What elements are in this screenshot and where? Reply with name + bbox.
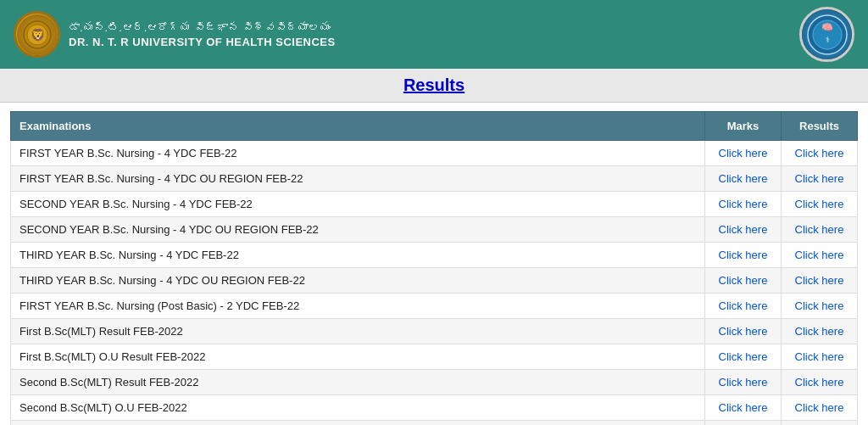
results-link-cell: Click here <box>782 141 858 166</box>
exam-name-cell: SECOND YEAR B.Sc. Nursing - 4 YDC OU REG… <box>11 217 705 243</box>
results-table: Examinations Marks Results FIRST YEAR B.… <box>10 111 858 425</box>
marks-link-cell: Click here <box>705 395 782 421</box>
header-emblem: 🧠 ⚕ <box>799 7 854 62</box>
table-row: Second B.Sc(MLT) Result FEB-2022Click he… <box>11 370 858 395</box>
marks-link-cell: Click here <box>705 294 782 319</box>
results-table-container: Examinations Marks Results FIRST YEAR B.… <box>0 103 868 425</box>
col-header-results: Results <box>782 112 858 141</box>
table-row: THIRD YEAR B.Sc. Nursing - 4 YDC OU REGI… <box>11 268 858 294</box>
marks-link[interactable]: Click here <box>719 401 768 414</box>
marks-link-cell: Click here <box>705 268 782 294</box>
results-link[interactable]: Click here <box>795 274 844 287</box>
page-title-bar: Results <box>0 69 868 103</box>
page-title[interactable]: Results <box>403 75 465 94</box>
results-link[interactable]: Click here <box>795 147 844 159</box>
exam-name-cell: THIRD YEAR B.Sc. Nursing - 4 YDC FEB-22 <box>11 243 705 268</box>
exam-name-cell: First B.Sc(MLT) Result FEB-2022 <box>11 319 705 344</box>
university-english-name: DR. N. T. R UNIVERSITY OF HEALTH SCIENCE… <box>69 36 336 48</box>
marks-link-cell: Click here <box>705 217 782 243</box>
results-link-cell: Click here <box>782 192 858 217</box>
marks-link[interactable]: Click here <box>719 249 768 261</box>
marks-link-cell: Click here <box>705 344 782 370</box>
marks-link[interactable]: Click here <box>719 198 768 210</box>
results-link-cell: Click here <box>782 217 858 243</box>
results-link[interactable]: Click here <box>795 299 844 312</box>
results-link-cell: Click here <box>782 395 858 421</box>
results-link[interactable]: Click here <box>795 223 844 236</box>
results-link[interactable]: Click here <box>795 325 844 338</box>
table-row: SECOND YEAR B.Sc. Nursing - 4 YDC OU REG… <box>11 217 858 243</box>
marks-link[interactable]: Click here <box>719 350 768 363</box>
results-link-cell: Click here <box>782 166 858 192</box>
table-row: FIRST YEAR B.Sc. Nursing (Post Basic) - … <box>11 294 858 319</box>
results-link[interactable]: Click here <box>795 401 844 414</box>
svg-text:🧠: 🧠 <box>821 21 833 33</box>
marks-link[interactable]: Click here <box>719 274 768 287</box>
results-link-cell: Click here <box>782 370 858 395</box>
exam-name-cell: FIRST YEAR B.Sc. Nursing - 4 YDC OU REGI… <box>11 166 705 192</box>
marks-link[interactable]: Click here <box>719 172 768 185</box>
exam-name-cell: FIRST YEAR B.Sc. Nursing (Post Basic) - … <box>11 294 705 319</box>
svg-text:⚕: ⚕ <box>825 36 829 44</box>
university-logo: 🦁 <box>14 11 60 58</box>
results-link[interactable]: Click here <box>795 198 844 210</box>
exam-name-cell: Second B.Sc(MLT) O.U FEB-2022 <box>11 395 705 421</box>
exam-name-cell: Third B.Sc. M.L.T FEB-2022 <box>11 421 705 426</box>
table-row: Second B.Sc(MLT) O.U FEB-2022Click hereC… <box>11 395 858 421</box>
table-row: THIRD YEAR B.Sc. Nursing - 4 YDC FEB-22C… <box>11 243 858 268</box>
header-emblem-inner: 🧠 ⚕ <box>802 9 852 60</box>
col-header-marks: Marks <box>705 112 782 141</box>
marks-link-cell: Click here <box>705 319 782 344</box>
table-row: FIRST YEAR B.Sc. Nursing - 4 YDC OU REGI… <box>11 166 858 192</box>
results-link[interactable]: Click here <box>795 172 844 185</box>
svg-text:🦁: 🦁 <box>30 28 45 42</box>
site-header: 🦁 డా.యన్.టి.ఆర్.ఆరోగ్య విజ్ఞాన విశ్వవిద్… <box>0 0 868 69</box>
results-link[interactable]: Click here <box>795 249 844 261</box>
results-link-cell: Click here <box>782 294 858 319</box>
marks-link-cell: Click here <box>705 370 782 395</box>
exam-name-cell: Second B.Sc(MLT) Result FEB-2022 <box>11 370 705 395</box>
marks-link[interactable]: Click here <box>719 299 768 312</box>
table-header-row: Examinations Marks Results <box>11 112 858 141</box>
table-row: First B.Sc(MLT) Result FEB-2022Click her… <box>11 319 858 344</box>
marks-link[interactable]: Click here <box>719 325 768 338</box>
university-name-block: డా.యన్.టి.ఆర్.ఆరోగ్య విజ్ఞాన విశ్వవిద్యా… <box>69 21 336 48</box>
results-link-cell: Click here <box>782 319 858 344</box>
marks-link[interactable]: Click here <box>719 223 768 236</box>
results-link-cell: Click here <box>782 243 858 268</box>
results-link[interactable]: Click here <box>795 350 844 363</box>
table-row: First B.Sc(MLT) O.U Result FEB-2022Click… <box>11 344 858 370</box>
marks-link-cell: Click here <box>705 141 782 166</box>
marks-link-cell: Click here <box>705 192 782 217</box>
university-telugu-name: డా.యన్.టి.ఆర్.ఆరోగ్య విజ్ఞాన విశ్వవిద్యా… <box>69 21 336 34</box>
table-row: SECOND YEAR B.Sc. Nursing - 4 YDC FEB-22… <box>11 192 858 217</box>
results-link-cell: Click here <box>782 421 858 426</box>
exam-name-cell: SECOND YEAR B.Sc. Nursing - 4 YDC FEB-22 <box>11 192 705 217</box>
marks-link-cell: Click here <box>705 166 782 192</box>
marks-link-cell: Click here <box>705 243 782 268</box>
marks-link[interactable]: Click here <box>719 376 768 389</box>
results-link-cell: Click here <box>782 344 858 370</box>
logo-emblem: 🦁 <box>17 14 58 55</box>
exam-name-cell: First B.Sc(MLT) O.U Result FEB-2022 <box>11 344 705 370</box>
exam-name-cell: THIRD YEAR B.Sc. Nursing - 4 YDC OU REGI… <box>11 268 705 294</box>
marks-link-cell: Click here <box>705 421 782 426</box>
header-left: 🦁 డా.యన్.టి.ఆర్.ఆరోగ్య విజ్ఞాన విశ్వవిద్… <box>14 11 336 58</box>
col-header-examinations: Examinations <box>11 112 705 141</box>
marks-link[interactable]: Click here <box>719 147 768 159</box>
exam-name-cell: FIRST YEAR B.Sc. Nursing - 4 YDC FEB-22 <box>11 141 705 166</box>
table-row: Third B.Sc. M.L.T FEB-2022Click hereClic… <box>11 421 858 426</box>
results-link[interactable]: Click here <box>795 376 844 389</box>
results-link-cell: Click here <box>782 268 858 294</box>
table-row: FIRST YEAR B.Sc. Nursing - 4 YDC FEB-22C… <box>11 141 858 166</box>
